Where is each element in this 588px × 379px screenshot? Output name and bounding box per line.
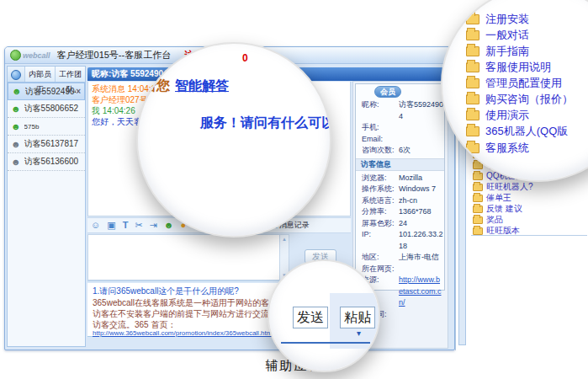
magnified-online-count: 0 <box>242 52 248 64</box>
visitor-info-section-header: 访客信息 <box>356 158 444 171</box>
send-file-icon[interactable]: ⇥ <box>150 221 157 230</box>
tab-internal-staff[interactable]: 内部员工 <box>24 67 55 82</box>
info-row: Email: <box>356 134 444 146</box>
sidebar-tabs: 内部员工 工作团队 <box>8 67 85 83</box>
scissors-icon[interactable]: ✂ <box>135 221 142 230</box>
folder-icon <box>466 46 479 56</box>
magnified-tree-item[interactable]: 购买咨询（报价） <box>466 92 573 107</box>
folder-icon <box>473 195 483 202</box>
magnified-paste-button[interactable]: 粘贴 <box>340 307 375 328</box>
magnified-tree-item[interactable]: 客服使用说明 <box>466 60 551 75</box>
visitor-list-item[interactable]: ☻ 访客55806652 <box>8 100 85 118</box>
visitor-info-panel: 会员 昵称:访客55924904 手机: Email: 咨询次数:6次 访客信息… <box>355 83 445 291</box>
info-row: 所在网页: <box>356 264 444 275</box>
info-row: 浏览器:Mozilla <box>356 173 444 184</box>
kb-question-link[interactable]: 1.请问365webcall这个是干什么用的呢? <box>93 286 239 297</box>
visitor-name: 访客55806652 <box>24 103 82 115</box>
folder-icon <box>466 94 479 104</box>
message-input[interactable]: ▲ ▼ <box>87 234 289 280</box>
magnified-message-line: 服务！请问有什么可以 <box>200 115 331 132</box>
app-logo-icon <box>10 50 21 61</box>
info-row: 操作系统:Windows 7 <box>356 184 444 195</box>
tree-item[interactable]: 催单王 <box>473 192 511 204</box>
magnifier-send-paste: 发送 粘贴 ▾ <box>268 259 380 372</box>
folder-icon <box>466 143 479 153</box>
magnified-message-line: 给您智能解答 <box>143 77 229 95</box>
visitor-offline-icon: ☻ <box>11 140 21 149</box>
folder-icon <box>466 62 479 72</box>
smart-answer-link[interactable]: 智能解答 <box>175 78 229 93</box>
tab-work-team[interactable]: 工作团队 <box>55 67 85 82</box>
visitor-offline-icon: ☻ <box>11 157 21 167</box>
info-row: 屏幕色彩:24 <box>356 218 444 230</box>
info-row: IP:101.226.33.218 <box>356 229 444 252</box>
info-row: 咨询次数:6次 <box>356 145 444 157</box>
info-row: 分辨率:1366*768 <box>356 206 444 218</box>
emoticon-icon[interactable]: ☺ <box>91 221 100 230</box>
visitor-list-item[interactable]: ☻ 访客56136600 <box>8 153 85 171</box>
visitor-name: 访客56136600 <box>24 156 82 168</box>
magnified-tree-item[interactable]: 一般对话 <box>466 28 529 43</box>
visitor-online-icon: ☻ <box>12 87 22 96</box>
kb-answer-link[interactable]: http://www.365webcall.com/promotion/inde… <box>93 329 272 337</box>
visitor-sidebar: 内部员工 工作团队 ☻ 访客55924904 × ☻ 访客55806652 ☻ … <box>7 66 86 347</box>
visitor-list-item[interactable]: ☻ 访客55924904 × <box>8 83 85 100</box>
magnified-tree-item[interactable]: 新手指南 <box>466 44 529 59</box>
visitor-name: 575b <box>24 123 82 131</box>
screenshot-canvas: webcall 客户经理015号--客服工作台 访客在线数: 4 内部员工 工作… <box>0 0 588 379</box>
folder-icon <box>473 216 483 224</box>
tree-item[interactable]: 奖品 <box>473 214 503 226</box>
visitor-online-icon: ☻ <box>11 104 21 114</box>
member-online-icon: ☻ <box>11 122 21 131</box>
magnified-send-button[interactable]: 发送 <box>293 307 328 328</box>
magnified-tree-item[interactable]: 管理员配置使用 <box>466 76 562 91</box>
visitor-list-item[interactable]: ☻ 575b <box>8 118 85 136</box>
info-row: 手机: <box>356 122 444 134</box>
folder-icon <box>466 78 479 88</box>
magnified-tree-item[interactable]: 365机器人(QQ版 <box>466 124 568 139</box>
window-title: 客户经理015号--客服工作台 <box>57 49 172 61</box>
folder-icon <box>473 227 483 235</box>
info-row: 昵称:访客55924904 <box>356 99 444 122</box>
app-logo-text: webcall <box>23 51 50 60</box>
divider <box>281 342 370 344</box>
folder-icon <box>473 184 483 191</box>
screenshot-icon[interactable]: ▣ <box>107 221 115 230</box>
font-icon[interactable]: T <box>123 221 129 230</box>
member-badge[interactable]: 会员 <box>374 86 401 98</box>
info-row: 地区:上海市-电信 <box>356 252 444 264</box>
tree-item[interactable]: 反馈 建议 <box>473 203 522 215</box>
magnified-tree-item[interactable]: 客服系统 <box>466 141 529 156</box>
visitor-name: 访客55924904 <box>25 86 77 98</box>
folder-icon <box>466 30 479 40</box>
folder-icon <box>466 110 479 120</box>
scroll-up-icon[interactable]: ▲ <box>280 236 289 243</box>
folder-icon <box>473 206 483 213</box>
visitor-list-item[interactable]: ☻ 访客56137817 <box>8 136 85 153</box>
visitor-name: 访客56137817 <box>24 138 82 150</box>
source-link[interactable]: http://www.betasct.com.cn/ <box>399 275 444 309</box>
magnified-tree-item[interactable]: 使用演示 <box>466 108 529 123</box>
tree-item[interactable]: 旺旺机器人? <box>473 181 533 193</box>
magnified-tree-item[interactable]: 注册安装 <box>466 12 529 27</box>
folder-icon <box>466 126 479 136</box>
info-row: 系统语言:zh-cn <box>356 195 444 207</box>
status-tab[interactable] <box>8 67 24 82</box>
folder-icon <box>466 14 479 24</box>
folder-icon <box>473 173 483 180</box>
divider <box>471 235 587 236</box>
close-session-icon[interactable]: × <box>76 87 81 96</box>
magnifier-smart-answer: 0 给您智能解答 服务！请问有什么可以 <box>136 42 331 238</box>
clock-icon <box>11 70 21 80</box>
chevron-down-icon[interactable]: ▾ <box>357 328 361 338</box>
invite-agent-icon[interactable]: ☻ <box>164 221 174 230</box>
